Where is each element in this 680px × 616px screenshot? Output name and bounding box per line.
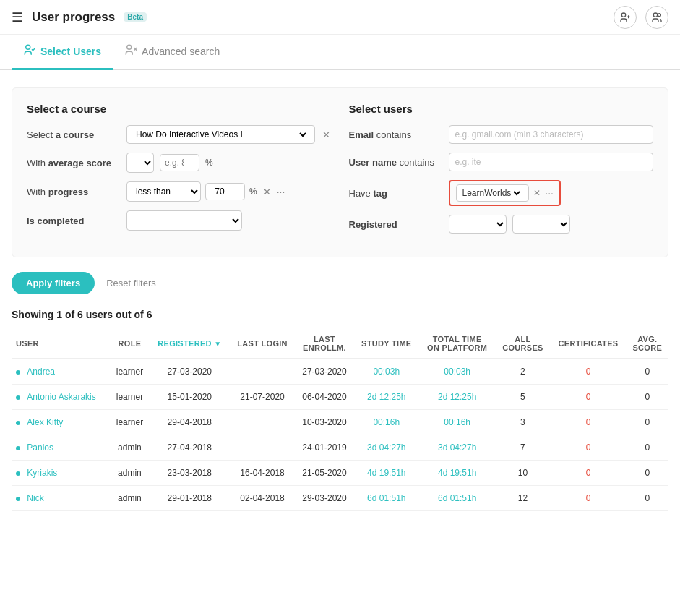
study-time-cell: 6d 01:51h bbox=[354, 486, 419, 511]
apply-filters-button[interactable]: Apply filters bbox=[12, 272, 95, 294]
registered-cell: 27-03-2020 bbox=[150, 359, 230, 385]
filters-panel: Select a course Select a course How Do I… bbox=[12, 87, 668, 257]
certificates-cell: 0 bbox=[550, 410, 626, 435]
course-section-title: Select a course bbox=[27, 103, 332, 115]
completed-label: Is completed bbox=[27, 215, 121, 226]
top-bar: ☰ User progress Beta bbox=[0, 0, 680, 35]
avg-score-percent: % bbox=[205, 158, 213, 168]
registered-cell: 29-01-2018 bbox=[150, 486, 230, 511]
last-enrollm-cell: 24-01-2019 bbox=[295, 435, 353, 461]
total-time-cell: 2d 12:25h bbox=[419, 385, 496, 410]
user-link[interactable]: Alex Kitty bbox=[27, 417, 63, 427]
email-input[interactable] bbox=[449, 125, 654, 144]
last-enrollm-cell: 06-04-2020 bbox=[295, 385, 353, 410]
registered-to-select[interactable] bbox=[512, 215, 570, 234]
registered-cell: 27-04-2018 bbox=[150, 435, 230, 461]
svg-point-0 bbox=[621, 13, 625, 17]
progress-more-button[interactable]: ··· bbox=[277, 186, 285, 197]
progress-clear-button[interactable]: ✕ bbox=[262, 187, 272, 197]
completed-select[interactable]: Yes No bbox=[126, 210, 242, 231]
tag-label: Have tag bbox=[349, 188, 443, 199]
avg-score-cell: 0 bbox=[627, 385, 668, 410]
main-content: Select a course Select a course How Do I… bbox=[0, 70, 680, 529]
all-courses-cell: 5 bbox=[495, 385, 550, 410]
col-total-time: TOTAL TIMEON PLATFORM bbox=[419, 329, 496, 359]
avg-score-cell: 0 bbox=[627, 435, 668, 461]
course-select[interactable]: How Do Interactive Videos I bbox=[133, 129, 309, 140]
tag-row: Have tag LearnWorlds ▼ ✕ ··· bbox=[349, 180, 654, 206]
study-time-cell: 2d 12:25h bbox=[354, 385, 419, 410]
total-time-cell: 6d 01:51h bbox=[419, 486, 496, 511]
user-link[interactable]: Nick bbox=[27, 493, 43, 503]
last-enrollm-cell: 29-03-2020 bbox=[295, 486, 353, 511]
tag-clear-button[interactable]: ✕ bbox=[533, 188, 541, 198]
progress-controls: less than greater than equal to % ✕ ··· bbox=[126, 181, 285, 202]
avg-score-row: With average score % bbox=[27, 153, 332, 173]
total-time-cell: 4d 19:51h bbox=[419, 461, 496, 486]
tag-filter-highlighted: LearnWorlds ▼ ✕ ··· bbox=[449, 180, 561, 206]
avatar-dot bbox=[16, 421, 20, 425]
svg-point-3 bbox=[653, 13, 657, 17]
tag-value: LearnWorlds bbox=[462, 188, 512, 198]
total-time-cell: 00:16h bbox=[419, 410, 496, 435]
col-certificates: CERTIFICATES bbox=[550, 329, 626, 359]
role-cell: learner bbox=[110, 410, 150, 435]
registered-from-select[interactable] bbox=[449, 215, 507, 234]
table-row: Alex Kitty learner 29-04-2018 10-03-2020… bbox=[12, 410, 668, 435]
username-input[interactable] bbox=[449, 153, 654, 171]
role-cell: admin bbox=[110, 486, 150, 511]
avg-score-input[interactable] bbox=[160, 154, 199, 171]
col-all-courses: ALLCOURSES bbox=[495, 329, 550, 359]
add-user-button[interactable] bbox=[614, 6, 637, 29]
table-row: Antonio Askarakis learner 15-01-2020 21-… bbox=[12, 385, 668, 410]
tag-select[interactable]: ▼ bbox=[514, 187, 522, 199]
progress-row: With progress less than greater than equ… bbox=[27, 181, 332, 202]
tab-select-users[interactable]: Select Users bbox=[12, 35, 113, 70]
registered-cell: 29-04-2018 bbox=[150, 410, 230, 435]
tag-more-button[interactable]: ··· bbox=[545, 187, 554, 199]
tabs-row: Select Users Advanced search bbox=[0, 35, 680, 70]
last-login-cell bbox=[230, 410, 295, 435]
user-link[interactable]: Andrea bbox=[27, 367, 55, 377]
last-enrollm-cell: 21-05-2020 bbox=[295, 461, 353, 486]
user-link[interactable]: Kyriakis bbox=[27, 468, 57, 478]
all-courses-cell: 12 bbox=[495, 486, 550, 511]
tab-advanced-search[interactable]: Advanced search bbox=[113, 35, 231, 70]
user-link[interactable]: Panios bbox=[27, 442, 53, 453]
user-link[interactable]: Antonio Askarakis bbox=[27, 392, 95, 402]
certificates-cell: 0 bbox=[550, 385, 626, 410]
results-summary: Showing 1 of 6 users out of 6 bbox=[12, 309, 668, 320]
all-courses-cell: 2 bbox=[495, 359, 550, 385]
study-time-cell: 3d 04:27h bbox=[354, 435, 419, 461]
col-registered[interactable]: REGISTERED ▼ bbox=[150, 329, 230, 359]
all-courses-cell: 7 bbox=[495, 435, 550, 461]
users-table: USER ROLE REGISTERED ▼ LAST LOGIN LASTEN… bbox=[12, 329, 668, 511]
avatar-dot bbox=[16, 370, 20, 375]
svg-point-4 bbox=[658, 13, 660, 16]
avg-score-cell: 0 bbox=[627, 410, 668, 435]
certificates-cell: 0 bbox=[550, 435, 626, 461]
last-enrollm-cell: 10-03-2020 bbox=[295, 410, 353, 435]
col-role: ROLE bbox=[110, 329, 150, 359]
course-clear-button[interactable]: ✕ bbox=[321, 129, 332, 140]
reset-filters-button[interactable]: Reset filters bbox=[106, 278, 156, 288]
tag-chip[interactable]: LearnWorlds ▼ bbox=[456, 184, 530, 202]
username-label: User name contains bbox=[349, 157, 443, 168]
all-courses-cell: 10 bbox=[495, 461, 550, 486]
avg-score-operator-select[interactable] bbox=[126, 153, 154, 173]
user-group-button[interactable] bbox=[645, 6, 668, 29]
avatar-dot bbox=[16, 395, 20, 400]
progress-value-input[interactable] bbox=[205, 183, 245, 200]
last-login-cell: 02-04-2018 bbox=[230, 486, 295, 511]
course-select-wrapper[interactable]: How Do Interactive Videos I bbox=[126, 125, 315, 144]
progress-operator-select[interactable]: less than greater than equal to bbox=[126, 181, 201, 202]
page-title: User progress bbox=[32, 10, 115, 25]
progress-percent: % bbox=[249, 187, 257, 197]
role-cell: admin bbox=[110, 435, 150, 461]
user-filter-section: Select users Email contains User name co… bbox=[349, 103, 654, 242]
user-cell: Andrea bbox=[12, 359, 110, 385]
menu-icon[interactable]: ☰ bbox=[12, 9, 23, 25]
filter-actions: Apply filters Reset filters bbox=[12, 272, 668, 294]
course-label: Select a course bbox=[27, 129, 121, 140]
table-row: Kyriakis admin 23-03-2018 16-04-2018 21-… bbox=[12, 461, 668, 486]
